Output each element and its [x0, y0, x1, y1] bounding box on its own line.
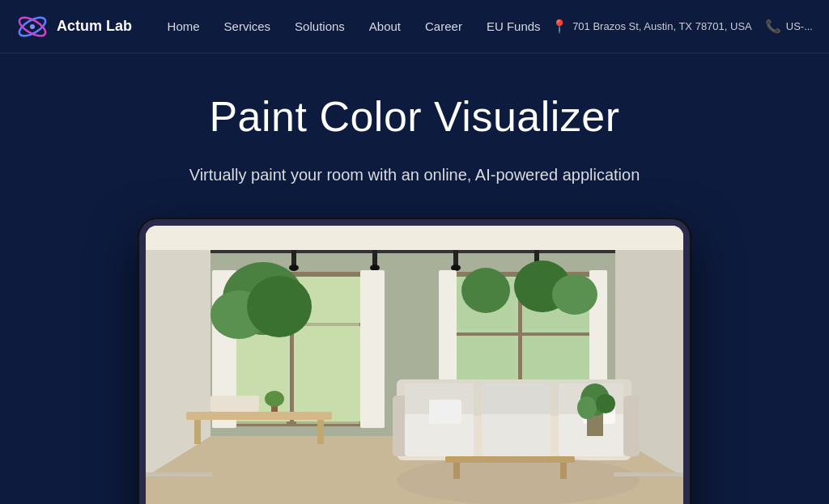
svg-rect-55 — [482, 383, 551, 414]
device-mockup — [139, 219, 690, 504]
svg-point-12 — [451, 265, 461, 271]
svg-rect-43 — [317, 420, 324, 444]
room-scene-svg — [146, 226, 683, 504]
hero-section: Paint Color Visualizer Virtually paint y… — [0, 53, 829, 504]
location-icon: 📍 — [551, 19, 568, 34]
hero-title: Paint Color Visualizer — [209, 94, 619, 140]
svg-rect-68 — [146, 472, 212, 476]
svg-rect-9 — [372, 250, 377, 266]
svg-rect-44 — [210, 396, 259, 412]
nav-solutions[interactable]: Solutions — [295, 19, 345, 33]
hero-subtitle: Virtually paint your room with an online… — [189, 163, 640, 187]
svg-rect-52 — [482, 412, 551, 456]
svg-rect-6 — [210, 250, 615, 253]
nav-career[interactable]: Career — [425, 19, 462, 33]
svg-point-46 — [265, 391, 284, 407]
logo-text: Actum Lab — [57, 18, 132, 35]
nav-services[interactable]: Services — [224, 19, 271, 33]
svg-point-61 — [577, 396, 597, 419]
svg-rect-24 — [360, 270, 385, 428]
svg-point-62 — [596, 394, 615, 413]
logo-icon — [16, 11, 49, 43]
svg-point-38 — [461, 268, 510, 313]
svg-point-2 — [30, 24, 35, 29]
svg-point-40 — [552, 274, 597, 315]
svg-point-8 — [289, 265, 299, 271]
device-screen — [146, 226, 683, 504]
svg-point-66 — [397, 456, 640, 504]
navbar-right: 📍 701 Brazos St, Austin, TX 78701, USA 📞… — [551, 19, 813, 34]
nav-about[interactable]: About — [369, 19, 401, 33]
svg-rect-50 — [623, 396, 640, 456]
svg-rect-67 — [146, 226, 683, 250]
location-info: 📍 701 Brazos St, Austin, TX 78701, USA — [551, 19, 752, 34]
navbar: Actum Lab Home Services Solutions About … — [0, 0, 829, 53]
svg-rect-11 — [453, 250, 458, 266]
svg-rect-7 — [291, 250, 296, 266]
nav-eu-funds[interactable]: EU Funds — [487, 19, 541, 33]
navbar-nav: Home Services Solutions About Career EU … — [143, 19, 541, 33]
svg-rect-69 — [614, 472, 683, 476]
nav-home[interactable]: Home — [168, 19, 200, 33]
location-text: 701 Brazos St, Austin, TX 78701, USA — [572, 20, 752, 32]
svg-rect-41 — [186, 412, 332, 420]
phone-icon: 📞 — [765, 19, 781, 34]
svg-rect-42 — [194, 420, 201, 444]
device-frame — [139, 219, 690, 504]
phone-text: US-... — [786, 20, 813, 32]
svg-point-10 — [370, 265, 380, 271]
navbar-brand: Actum Lab — [16, 11, 132, 43]
svg-rect-31 — [445, 332, 595, 336]
nav-links: Home Services Solutions About Career EU … — [168, 19, 541, 33]
phone-info: 📞 US-... — [765, 19, 813, 34]
svg-rect-57 — [429, 400, 461, 424]
svg-point-27 — [247, 276, 312, 337]
